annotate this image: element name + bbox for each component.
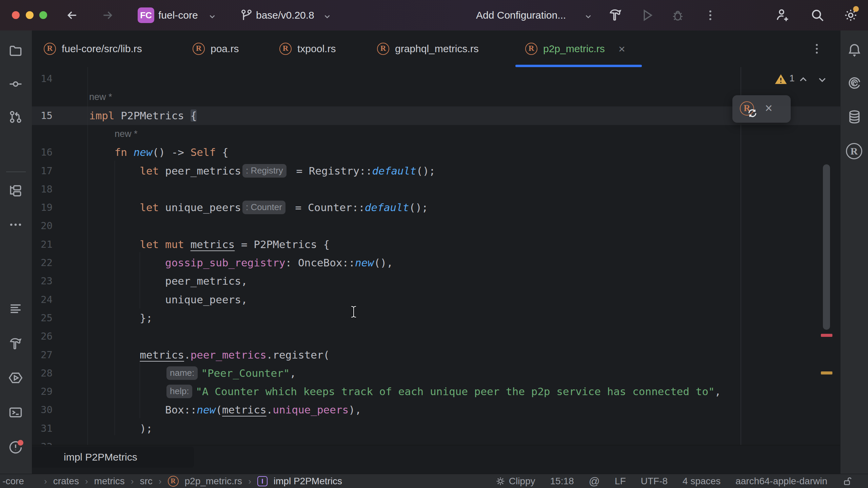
- git-branch-icon: [239, 8, 254, 22]
- build-target[interactable]: aarch64-apple-darwin: [735, 476, 827, 487]
- services-icon[interactable]: [8, 370, 23, 385]
- caret-position[interactable]: 15:18: [550, 476, 574, 487]
- traffic-light-close[interactable]: [12, 11, 20, 19]
- code-line[interactable]: name:"Peer_Counter",: [89, 364, 296, 382]
- tab-graphql-metrics-rs[interactable]: graphql_metrics.rs: [395, 30, 479, 67]
- more-kebab-icon[interactable]: [703, 8, 717, 22]
- run-play-icon[interactable]: [640, 8, 654, 22]
- code-line[interactable]: );: [89, 419, 153, 438]
- add-user-icon[interactable]: [774, 7, 790, 23]
- line-separator[interactable]: LF: [615, 476, 626, 487]
- chevron-down-icon[interactable]: [584, 12, 593, 21]
- code-line[interactable]: fn new() -> Self {: [89, 143, 229, 161]
- back-arrow-icon[interactable]: [65, 8, 79, 22]
- cargo-reload-popup[interactable]: R ×: [732, 95, 791, 123]
- breadcrumb-fuel-core[interactable]: fuel-core: [3, 476, 38, 487]
- run-configuration-selector[interactable]: Add Configuration...: [476, 0, 566, 30]
- line-number: 31: [32, 419, 53, 438]
- rust-plugin-icon[interactable]: R: [846, 143, 862, 159]
- project-name[interactable]: fuel-core: [158, 0, 198, 30]
- warning-triangle-icon[interactable]: [774, 74, 787, 85]
- breadcrumb-crates[interactable]: crates: [53, 476, 79, 487]
- code-line[interactable]: unique_peers,: [89, 290, 248, 309]
- commit-icon[interactable]: [8, 77, 23, 92]
- ide-window: FC fuel-core base/v0.20.8 Add Configurat…: [0, 0, 868, 488]
- ai-assistant-status-icon[interactable]: @: [589, 475, 600, 488]
- tab-txpool-rs[interactable]: txpool.rs: [297, 30, 336, 67]
- inlay-hint-chip[interactable]: : Registry: [242, 164, 287, 178]
- status-widgets: Clippy 15:18 @ LF UTF-8 4 spaces aarch64…: [495, 474, 853, 488]
- branch-name[interactable]: base/v0.20.8: [256, 0, 314, 30]
- debug-bug-icon[interactable]: [671, 8, 685, 22]
- code-line[interactable]: impl P2PMetrics {: [89, 106, 197, 125]
- status-bar: fuel-core › crates › metrics › src › R p…: [0, 474, 868, 488]
- chevron-up-icon[interactable]: [797, 74, 809, 85]
- unlocked-padlock-icon[interactable]: [842, 476, 853, 487]
- tab-poa-rs[interactable]: poa.rs: [211, 30, 239, 67]
- close-popup-icon[interactable]: ×: [765, 101, 772, 116]
- structure-icon[interactable]: [8, 183, 23, 198]
- inlay-hint-chip[interactable]: name:: [166, 366, 198, 380]
- code-vision-hint[interactable]: new *: [89, 88, 112, 106]
- inlay-hint-chip[interactable]: help:: [166, 385, 192, 398]
- line-number: 18: [32, 180, 53, 198]
- indent-style[interactable]: 4 spaces: [683, 476, 721, 487]
- todo-lines-icon[interactable]: [8, 302, 23, 317]
- build-tool-icon[interactable]: [8, 337, 23, 351]
- project-badge[interactable]: FC: [138, 7, 154, 23]
- breadcrumb-file[interactable]: p2p_metric.rs: [185, 476, 242, 487]
- code-line[interactable]: };: [89, 309, 153, 327]
- mouse-cursor-ibeam: [349, 305, 358, 319]
- terminal-icon[interactable]: [8, 405, 23, 420]
- traffic-light-zoom[interactable]: [39, 11, 47, 19]
- tab-options-kebab-icon[interactable]: [810, 42, 824, 56]
- sticky-context-panel: impl P2PMetrics: [32, 445, 840, 474]
- error-stripe-mark-yellow[interactable]: [821, 371, 832, 374]
- code-line[interactable]: peer_metrics,: [89, 272, 248, 290]
- code-line[interactable]: gossip_sub_registry: OnceBox::new(),: [89, 253, 393, 272]
- code-line[interactable]: metrics.peer_metrics.register(: [89, 346, 330, 364]
- clippy-widget[interactable]: Clippy: [495, 476, 535, 487]
- scrollbar-thumb[interactable]: [823, 164, 830, 330]
- code-line[interactable]: help:"A Counter which keeps track of eac…: [89, 382, 721, 401]
- line-number: 29: [32, 382, 53, 401]
- chevron-down-icon[interactable]: [323, 12, 332, 21]
- inlay-hint-chip[interactable]: : Counter: [242, 201, 285, 214]
- code-line[interactable]: let mut metrics = P2PMetrics {: [89, 235, 330, 253]
- rust-file-icon: R: [525, 43, 537, 55]
- chevron-down-icon[interactable]: [208, 12, 217, 21]
- line-number: 21: [32, 235, 53, 253]
- database-icon[interactable]: [847, 109, 862, 125]
- file-encoding[interactable]: UTF-8: [641, 476, 668, 487]
- tab-p2p-metric-rs[interactable]: p2p_metric.rs: [543, 30, 605, 67]
- impl-icon: I: [257, 476, 268, 486]
- search-icon[interactable]: [810, 7, 825, 23]
- sticky-context-label[interactable]: impl P2PMetrics: [64, 445, 137, 469]
- code-line[interactable]: let peer_metrics: Registry = Registry::d…: [89, 162, 435, 180]
- tab-lib-rs[interactable]: fuel-core/src/lib.rs: [62, 30, 142, 67]
- breadcrumb-metrics[interactable]: metrics: [94, 476, 125, 487]
- close-tab-icon[interactable]: ×: [618, 30, 625, 67]
- pull-requests-icon[interactable]: [8, 109, 23, 124]
- forward-arrow-icon[interactable]: [101, 8, 114, 22]
- breadcrumb-src[interactable]: src: [140, 476, 153, 487]
- build-hammer-icon[interactable]: [608, 8, 623, 23]
- error-stripe-mark-red[interactable]: [821, 334, 832, 337]
- breadcrumb-separator: ›: [131, 476, 134, 487]
- chevron-down-icon[interactable]: [816, 74, 828, 85]
- more-tools-icon[interactable]: [8, 217, 23, 232]
- breadcrumb-impl[interactable]: impl P2PMetrics: [274, 476, 342, 487]
- editor-pane[interactable]: 14new *15impl P2PMetrics {new *16 fn new…: [32, 67, 840, 445]
- notifications-bell-icon[interactable]: [847, 42, 862, 58]
- ai-assistant-swirl-icon[interactable]: [847, 75, 862, 91]
- breadcrumbs: fuel-core › crates › metrics › src › R p…: [3, 474, 342, 488]
- active-tab-underline: [515, 65, 642, 67]
- line-number: 28: [32, 364, 53, 382]
- right-tool-strip: R: [840, 30, 868, 474]
- project-folder-icon[interactable]: [8, 43, 23, 58]
- traffic-light-minimize[interactable]: [26, 11, 34, 19]
- code-line[interactable]: let unique_peers: Counter = Counter::def…: [89, 198, 428, 217]
- settings-notification-dot: [853, 6, 859, 12]
- code-vision-hint[interactable]: new *: [115, 125, 138, 143]
- code-line[interactable]: Box::new(metrics.unique_peers),: [89, 401, 361, 419]
